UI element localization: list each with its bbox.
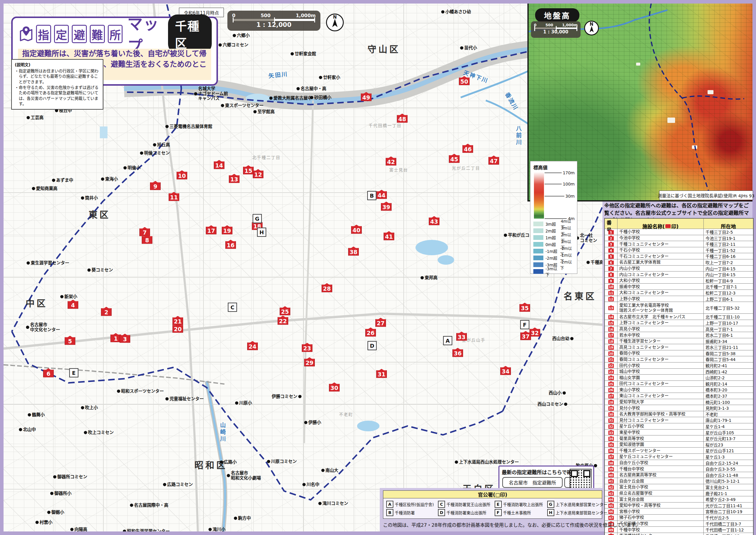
poi-dot-icon — [227, 474, 230, 477]
poi-dot-icon — [27, 261, 30, 265]
major-road-ew — [4, 314, 604, 349]
table-row-30: 30名大教育学部附属中学校・高等学校不老町 — [605, 411, 753, 417]
facility-name-cell: 星ケ丘コミュニティセンター — [617, 454, 703, 460]
red-marker-icon: 32 — [608, 424, 614, 429]
facility-name-cell: 大和コミュニティセンター — [617, 290, 703, 296]
facility-address-cell: 西崎町1-42 — [703, 369, 753, 375]
poi-dot-icon — [460, 46, 463, 49]
table-row-20: 20春岡小学校春岡二丁目5-38 — [605, 351, 753, 356]
poi-dot-icon — [318, 502, 322, 505]
facility-address-cell: 上野一丁目10-17 — [703, 320, 753, 326]
facility-name-cell: 愛知工業大学名電高等学校 瑞若スポーツセンター体育館 — [617, 302, 703, 313]
poi-dot-icon — [165, 125, 169, 128]
river-label: 八前川 — [515, 126, 523, 146]
table-row-33: 33東星中学校星が丘山手105 — [605, 430, 753, 436]
red-marker-icon: 19 — [608, 345, 614, 350]
poi-label: 御器所小 — [50, 491, 71, 496]
facility-address-cell: 自由ケ丘2-15-24 — [703, 460, 753, 466]
facility-address-cell: 松軒一丁目4-9 — [703, 278, 753, 284]
poi-label: 御劔小 — [47, 510, 65, 515]
poi-label: 滝川小 — [208, 527, 226, 531]
facility-address-cell: 自由ケ丘2-11-48 — [703, 472, 753, 478]
table-row-35: 35愛知淑徳学園桜が丘23 — [605, 442, 753, 448]
row-number-cell: 13 — [605, 302, 617, 313]
qr-code — [570, 469, 591, 491]
facility-address-cell: 光が丘二丁目11-41 — [703, 502, 753, 508]
table-row-9: 9大和小学校松軒一丁目4-9 — [605, 278, 753, 284]
park-pond — [416, 240, 448, 255]
red-marker-icon: 16 — [608, 326, 614, 331]
red-marker-icon: 3 — [608, 242, 614, 247]
red-marker-icon: 30 — [608, 411, 614, 416]
facility-address-cell: 不老町 — [703, 411, 753, 417]
office-marker-B: B — [367, 191, 377, 200]
poi-dot-icon — [50, 492, 53, 495]
search-input[interactable]: 名古屋市 指定避難所 — [502, 477, 563, 488]
government-offices-legend: 官公署(□印) A千種区役所(仮設庁舎)B千種消防署C千種消防署覚王山出張所D千… — [383, 491, 602, 519]
red-marker-icon: 7 — [608, 266, 614, 271]
red-marker-icon: 2 — [608, 236, 614, 240]
facility-name-cell: 名大教育学部附属中学校・高等学校 — [617, 411, 703, 417]
poi-dot-icon — [570, 337, 574, 340]
facility-name-cell: 田代小学校 — [617, 362, 703, 368]
facility-table-header: 番号 施設名称(印) 所在地 — [605, 219, 753, 229]
office-letter-icon: H — [547, 509, 554, 516]
office-marker-C: C — [228, 303, 237, 312]
table-row-1: 1千種小学校千種三丁目2-5 — [605, 229, 753, 235]
evacuation-map-poster: 北千種二丁目富士見台光が丘二丁目星が丘山手千代田橋一丁目不老町 矢田川天神下川香… — [0, 0, 756, 535]
poi-dot-icon — [60, 295, 64, 298]
elevation-gradient-bar: 170m100m30m4m — [533, 172, 575, 219]
poi-label: 名古屋市 昭和文化小劇場 — [227, 471, 261, 480]
row-number-cell: 21 — [605, 356, 617, 362]
poi-dot-icon — [291, 52, 294, 55]
poi-label: 旭丘高 — [153, 142, 170, 147]
table-row-23: 23城山中学校西崎町1-42 — [605, 369, 753, 375]
poi-dot-icon — [420, 276, 424, 279]
poi-label: 小幡あさひ幼 — [441, 10, 471, 14]
title-char-box: 指 — [36, 25, 51, 43]
facility-address-cell: 観月町2-41 — [703, 362, 753, 368]
table-row-2: 2今池中学校今池三丁目19-1 — [605, 235, 753, 241]
poi-dot-icon — [117, 389, 120, 393]
office-item-A: A千種区役所(仮設庁舎) — [386, 500, 434, 508]
poi-dot-icon — [254, 110, 256, 113]
office-item-C: C千種消防署覚王山出張所 — [438, 500, 491, 508]
poi-dot-icon — [269, 96, 273, 99]
red-marker-icon: 17 — [608, 333, 614, 338]
poi-dot-icon — [310, 96, 313, 99]
facility-name-cell: 見付小学校 — [617, 405, 703, 411]
table-row-8: 8内山コミュニティセンター内山一丁目4-15 — [605, 271, 753, 278]
poi-label: 伊勝小 — [304, 420, 321, 425]
scale-tick: 500 — [261, 13, 271, 18]
office-letter-icon: C — [438, 501, 445, 508]
red-marker-icon: 23 — [608, 369, 614, 374]
description-item: ・命を守るため、災害の危険からまずは逃げるための場所である指定緊急避難場所につい… — [15, 85, 100, 107]
facility-name-cell: 上野小学校 — [617, 296, 703, 302]
poi-label: 新栄小 — [60, 294, 77, 299]
red-marker-icon: 26 — [608, 387, 614, 392]
kanare-river — [486, 100, 528, 124]
poi-label: 吹上コミセン — [84, 430, 114, 435]
row-number-cell: 31 — [605, 417, 617, 423]
row-number-cell: 11 — [605, 290, 617, 296]
facility-address-cell: 千代が丘2-5 — [703, 515, 753, 521]
facility-name-cell: 高見コミュニティセンター — [617, 344, 703, 350]
elevation-gradient-tick: 100m — [545, 182, 575, 186]
facility-name-cell: 千石コミュニティセンター — [617, 253, 703, 259]
title-char-box: 難 — [90, 25, 105, 43]
poi-label: 川原コミセン — [267, 459, 297, 464]
poi-dot-icon — [319, 76, 322, 79]
facility-name-cell: 自由ケ丘小学校 — [617, 460, 703, 466]
scale-tick: 1,000m — [562, 23, 578, 27]
office-marker-E: E — [69, 368, 79, 378]
red-marker-icon: 44 — [608, 497, 614, 502]
red-marker-icon: 33 — [608, 430, 614, 435]
poi-dot-icon — [19, 428, 22, 431]
row-number-cell: 9 — [605, 278, 617, 284]
poi-label: 吹上小 — [81, 405, 98, 410]
row-number-cell: 12 — [605, 296, 617, 302]
table-row-31: 31見付コミュニティセンター唐山町1-79-1 — [605, 417, 753, 423]
facility-address-cell: 吹上一丁目7-2 — [703, 259, 753, 265]
facility-name-cell: 宮根小学校 — [617, 508, 703, 514]
poi-label: 工芸高 — [27, 115, 44, 120]
